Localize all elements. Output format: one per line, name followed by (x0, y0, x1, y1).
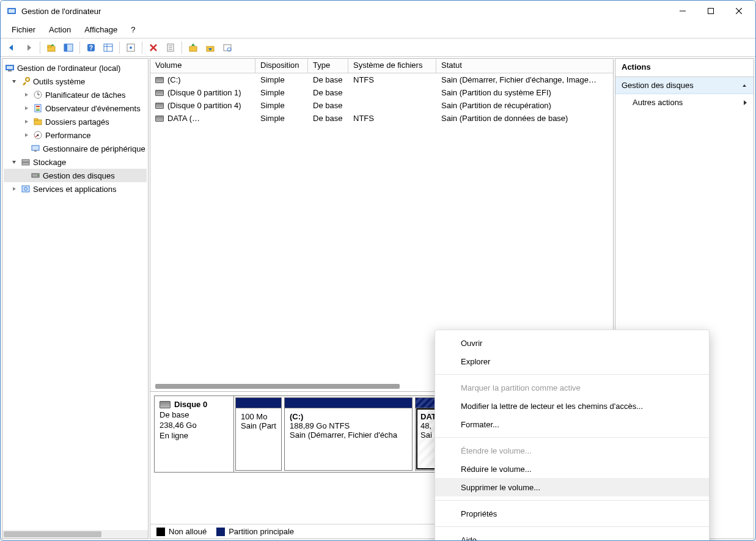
header-fs[interactable]: Système de fichiers (348, 59, 436, 73)
chevron-right-icon[interactable] (22, 90, 31, 99)
tree-devmgr[interactable]: Gestionnaire de périphériques (4, 142, 147, 155)
help-button[interactable]: ? (84, 40, 98, 55)
toolbar: ? (1, 39, 755, 57)
cm-format[interactable]: Formater... (435, 415, 709, 433)
cm-open[interactable]: Ouvrir (435, 334, 709, 352)
volumes-headers: Volume Disposition Type Système de fichi… (150, 59, 613, 73)
close-button[interactable] (725, 1, 753, 21)
cm-mark-active: Marquer la partition comme active (435, 378, 709, 397)
tree-scheduler[interactable]: Planificateur de tâches (4, 88, 147, 101)
cell-status: Sain (Démarrer, Fichier d'échange, Image… (436, 75, 613, 84)
up-button[interactable] (44, 40, 59, 55)
tree-hscrollbar[interactable] (2, 530, 148, 539)
svg-rect-28 (7, 66, 13, 69)
cm-help[interactable]: Aide (435, 531, 709, 541)
action1-button[interactable] (186, 40, 200, 55)
folder-shared-icon (33, 117, 43, 127)
cm-separator (435, 500, 709, 501)
partition-block[interactable]: 100 Mo Sain (Part (235, 397, 282, 471)
partition-status: Sain (Part (241, 421, 276, 430)
tree-shared[interactable]: Dossiers partagés (4, 115, 147, 128)
tree-performance[interactable]: Performance (4, 128, 147, 142)
tree-performance-label: Performance (45, 131, 90, 140)
partition-header (285, 398, 412, 408)
chevron-right-icon[interactable] (22, 131, 31, 139)
scrollbar-thumb[interactable] (155, 384, 400, 389)
volume-row[interactable]: (C:) Simple De base NTFS Sain (Démarrer,… (150, 73, 613, 86)
clock-icon (33, 90, 43, 100)
svg-point-41 (37, 134, 39, 136)
partition-size: 100 Mo (241, 412, 276, 421)
cm-shrink[interactable]: Réduire le volume... (435, 460, 709, 478)
tree-eventviewer[interactable]: Observateur d'événements (4, 101, 147, 115)
settings-button[interactable] (123, 40, 138, 55)
disk-type: De base (160, 410, 229, 419)
svg-rect-3 (708, 9, 714, 14)
chevron-right-icon[interactable] (22, 117, 31, 126)
tree-services[interactable]: Services et applications (4, 182, 147, 196)
show-hide-tree-button[interactable] (61, 40, 76, 55)
action2-button[interactable] (203, 40, 218, 55)
partition-status: Sain (Démarrer, Fichier d'écha (290, 430, 407, 440)
legend-primary: Partition principale (216, 527, 294, 537)
header-status[interactable]: Statut (436, 59, 613, 73)
forward-button[interactable] (21, 40, 36, 55)
tree-services-label: Services et applications (33, 185, 117, 194)
nav-tree[interactable]: Gestion de l'ordinateur (local) Outils s… (2, 59, 148, 530)
chevron-down-icon[interactable] (10, 77, 18, 86)
header-type[interactable]: Type (308, 59, 348, 73)
chevron-right-icon (743, 100, 747, 106)
cm-change-letter[interactable]: Modifier la lettre de lecteur et les che… (435, 397, 709, 415)
header-disposition[interactable]: Disposition (255, 59, 308, 73)
tree-root[interactable]: Gestion de l'ordinateur (local) (4, 61, 147, 75)
menu-help[interactable]: ? (125, 23, 141, 37)
chevron-down-icon[interactable] (10, 158, 18, 166)
tools-icon (21, 76, 31, 86)
disk-info[interactable]: Disque 0 De base 238,46 Go En ligne (155, 396, 234, 472)
tree-eventviewer-label: Observateur d'événements (45, 104, 141, 113)
properties-button[interactable] (163, 40, 178, 55)
partition-block[interactable]: (C:) 188,89 Go NTFS Sain (Démarrer, Fich… (284, 397, 413, 471)
actions-group-header[interactable]: Gestion des disques (615, 77, 754, 94)
tree-tools[interactable]: Outils système (4, 75, 147, 88)
svg-point-30 (26, 78, 29, 81)
menu-fichier[interactable]: Fichier (6, 23, 42, 37)
partition-body: (C:) 188,89 Go NTFS Sain (Démarrer, Fich… (285, 408, 412, 470)
menu-affichage[interactable]: Affichage (78, 23, 123, 37)
titlebar: Gestion de l'ordinateur (1, 1, 755, 21)
volume-row[interactable]: (Disque 0 partition 4) Simple De base Sa… (150, 99, 613, 112)
device-icon (31, 144, 40, 153)
cell-fs: NTFS (348, 114, 436, 123)
chevron-right-icon[interactable] (10, 185, 18, 193)
minimize-button[interactable] (669, 1, 697, 21)
maximize-button[interactable] (697, 1, 725, 21)
cm-properties[interactable]: Propriétés (435, 504, 709, 523)
volume-row[interactable]: (Disque 0 partition 1) Simple De base Sa… (150, 86, 613, 99)
tree-storage[interactable]: Stockage (4, 155, 147, 169)
back-button[interactable] (4, 40, 19, 55)
scrollbar-thumb[interactable] (4, 531, 101, 537)
cm-explore[interactable]: Explorer (435, 352, 709, 370)
window-title: Gestion de l'ordinateur (21, 7, 101, 16)
tree-panel: Gestion de l'ordinateur (local) Outils s… (2, 58, 149, 539)
actions-more[interactable]: Autres actions (615, 94, 754, 111)
action3-button[interactable] (220, 40, 235, 55)
header-volume[interactable]: Volume (150, 59, 255, 73)
svg-text:?: ? (89, 45, 93, 51)
volume-row[interactable]: DATA (… Simple De base NTFS Sain (Partit… (150, 112, 613, 125)
app-window: Gestion de l'ordinateur Fichier Action A… (0, 0, 756, 541)
view-button[interactable] (101, 40, 116, 55)
chevron-right-icon[interactable] (22, 104, 31, 112)
svg-rect-36 (36, 108, 40, 109)
disk-state: En ligne (160, 431, 229, 440)
menu-action[interactable]: Action (43, 23, 77, 37)
delete-button[interactable] (146, 40, 161, 55)
volume-name: (Disque 0 partition 1) (167, 88, 241, 97)
cell-disposition: Simple (255, 88, 308, 97)
tree-devmgr-label: Gestionnaire de périphériques (43, 144, 145, 153)
cm-delete-volume[interactable]: Supprimer le volume... (435, 478, 709, 496)
svg-point-16 (130, 46, 132, 49)
cm-separator (435, 526, 709, 527)
tree-diskmgmt[interactable]: Gestion des disques (4, 169, 147, 182)
legend-unallocated: Non alloué (156, 527, 207, 537)
